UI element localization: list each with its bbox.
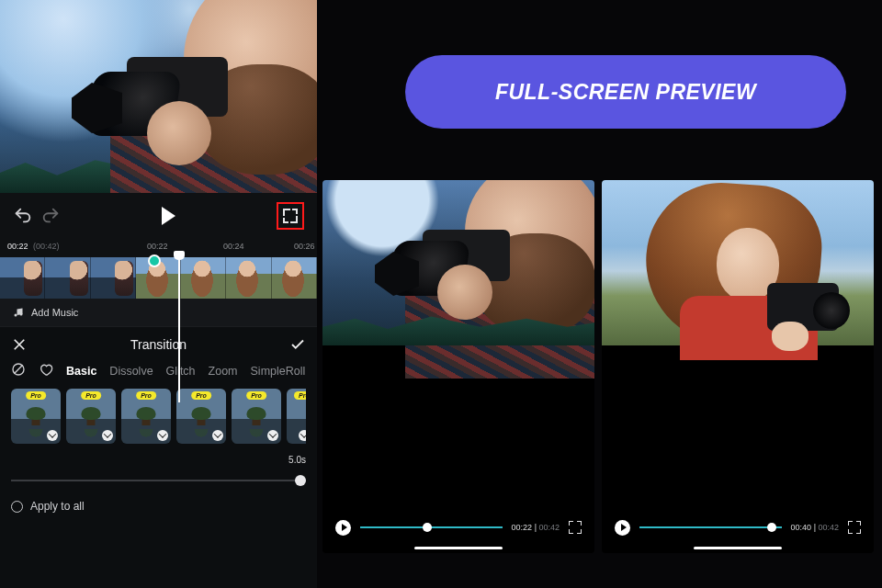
- redo-icon[interactable]: [40, 206, 61, 226]
- transition-thumbs: Pro Pro Pro Pro Pro Pro: [11, 389, 306, 446]
- editor-pane: 00:22 (00:42) 00:22 00:24 00:26 Add Musi…: [0, 0, 317, 588]
- preview-phone-b: 00:40 | 00:42: [602, 180, 874, 553]
- seek-bar[interactable]: [360, 526, 503, 528]
- pro-badge: Pro: [81, 391, 101, 400]
- pro-badge: Pro: [246, 391, 266, 400]
- time-ruler[interactable]: 00:22 (00:42) 00:22 00:24 00:26: [0, 239, 317, 257]
- editor-controls: [0, 193, 317, 239]
- time-readout: 00:22 | 00:42: [512, 523, 560, 532]
- pro-badge: Pro: [136, 391, 156, 400]
- close-icon[interactable]: [11, 336, 28, 353]
- tab-glitch[interactable]: Glitch: [166, 365, 196, 378]
- download-icon[interactable]: [102, 430, 113, 441]
- seek-bar[interactable]: [639, 526, 782, 528]
- clip-thumb[interactable]: [226, 257, 271, 299]
- download-icon[interactable]: [299, 430, 306, 441]
- tab-zoom[interactable]: Zoom: [209, 365, 238, 378]
- clip-thumb[interactable]: [0, 257, 45, 299]
- clip-thumb[interactable]: [91, 257, 136, 299]
- transition-item[interactable]: Pro: [176, 389, 226, 444]
- pro-badge: Pro: [294, 391, 306, 400]
- play-button[interactable]: [615, 520, 630, 536]
- clip-thumb[interactable]: [181, 257, 226, 299]
- play-button[interactable]: [162, 207, 175, 225]
- transition-duration-label: 5.0s: [11, 455, 306, 465]
- transition-duration-slider[interactable]: [11, 474, 306, 487]
- panel-title: Transition: [28, 337, 289, 352]
- transition-tabs: Basic Dissolve Glitch Zoom SimpleRoll: [11, 362, 306, 379]
- download-icon[interactable]: [157, 430, 168, 441]
- clip-thumb[interactable]: [45, 257, 90, 299]
- time-tick: 00:24: [223, 242, 244, 251]
- clip-thumb[interactable]: [272, 257, 317, 299]
- download-icon[interactable]: [267, 430, 278, 441]
- svg-point-0: [15, 314, 17, 317]
- music-icon: [13, 307, 24, 318]
- pro-badge: Pro: [191, 391, 211, 400]
- apply-to-all-label: Apply to all: [30, 500, 85, 513]
- confirm-icon[interactable]: [289, 336, 306, 353]
- home-indicator: [414, 547, 503, 550]
- radio-icon: [11, 501, 23, 513]
- player-controls-b: 00:40 | 00:42: [615, 518, 861, 537]
- transition-handle[interactable]: [148, 254, 161, 267]
- fullscreen-preview-banner: FULL-SCREEN PREVIEW: [405, 55, 846, 129]
- add-music-label: Add Music: [31, 307, 78, 318]
- fullscreen-icon[interactable]: [569, 521, 582, 534]
- download-icon[interactable]: [212, 430, 223, 441]
- transition-item[interactable]: Pro: [66, 389, 116, 444]
- transition-item[interactable]: Pro: [121, 389, 171, 444]
- time-tick: 00:26: [294, 242, 315, 251]
- preview-video-a[interactable]: [322, 180, 594, 345]
- undo-icon[interactable]: [13, 206, 33, 226]
- play-button[interactable]: [335, 520, 351, 536]
- time-readout: 00:40 | 00:42: [791, 523, 839, 532]
- transition-panel: Transition Basic Dissolve Glitch Zoom Si…: [0, 326, 317, 588]
- transition-item[interactable]: Pro: [11, 389, 61, 444]
- tab-dissolve[interactable]: Dissolve: [109, 365, 153, 378]
- time-current: 00:22: [7, 242, 28, 251]
- preview-phone-a: 00:22 | 00:42: [322, 180, 594, 553]
- fullscreen-icon[interactable]: [848, 521, 861, 534]
- add-music-row[interactable]: Add Music: [0, 299, 317, 326]
- playhead-line: [178, 255, 180, 402]
- fullscreen-icon: [283, 209, 298, 223]
- timeline-strip[interactable]: [0, 257, 317, 299]
- showcase-pane: FULL-SCREEN PREVIEW 00:22 | 00:42: [317, 0, 882, 588]
- download-icon[interactable]: [47, 430, 58, 441]
- apply-to-all-button[interactable]: Apply to all: [11, 496, 306, 514]
- favorite-icon[interactable]: [39, 362, 53, 379]
- player-controls-a: 00:22 | 00:42: [335, 518, 582, 537]
- transition-item[interactable]: Pro: [287, 389, 306, 444]
- preview-video-b[interactable]: [602, 180, 874, 345]
- fullscreen-button-highlight[interactable]: [277, 202, 304, 230]
- time-tick: 00:22: [147, 242, 168, 251]
- editor-preview[interactable]: [0, 0, 317, 193]
- svg-point-1: [20, 313, 23, 316]
- tab-simpleroll[interactable]: SimpleRoll: [251, 365, 306, 378]
- home-indicator: [694, 547, 782, 550]
- pro-badge: Pro: [26, 391, 46, 400]
- none-icon[interactable]: [11, 362, 26, 379]
- time-duration: (00:42): [33, 242, 60, 251]
- tab-basic[interactable]: Basic: [66, 365, 96, 378]
- transition-item[interactable]: Pro: [232, 389, 281, 444]
